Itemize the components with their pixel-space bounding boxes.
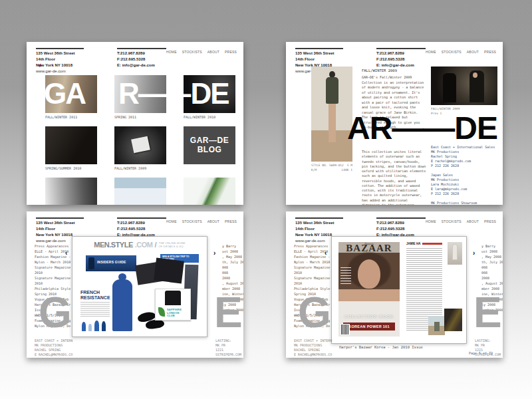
- season-tile-extra-3[interactable]: [184, 178, 235, 205]
- blog-tile-line1: GAR—DE: [190, 136, 229, 146]
- season-tile-extra-1[interactable]: [45, 178, 97, 205]
- bazaar-cover: Harper's BAZAAR COLLECTION BOOK KOREAN P…: [338, 242, 400, 336]
- blue-silhouette-row: [82, 321, 106, 331]
- menstyle-masthead: MEN.STYLE.COM / THE ONLINE HOMEOF DETAIL…: [72, 241, 207, 249]
- article-studio-photo: [428, 316, 445, 335]
- menstyle-slash: /: [155, 241, 157, 249]
- screenshot-press-page-bazaar: 135 West 36th Street14th FloorNew York N…: [286, 211, 503, 358]
- logo-letters-de: –DE: [184, 75, 229, 112]
- season-tile-fw10[interactable]: –DE FALL/WINTER 2010: [184, 75, 235, 126]
- press-footer-right: LASTING:MK PR1221SSTRIPEPR.COM: [475, 338, 503, 357]
- cover-line-collection-book: COLLECTION BOOK: [338, 314, 400, 319]
- next-slide-arrow[interactable]: ›: [473, 250, 475, 257]
- ad-text: INSIDERS GUIDE: [97, 260, 126, 264]
- next-slide-arrow[interactable]: ›: [213, 250, 215, 257]
- article-model-photo: [448, 242, 462, 265]
- season-label: FALL/WINTER 2011: [45, 115, 97, 120]
- season-label: SPRING/SUMMER 2010: [45, 166, 97, 171]
- style-number: STYLE NO. SW09-012: [311, 164, 344, 168]
- screenshot-collection-page: 135 West 36th Street14th FloorNew York N…: [286, 42, 503, 205]
- style-look: LOOK 1: [342, 168, 352, 173]
- nav-press[interactable]: PRESS: [484, 219, 496, 244]
- article-atelier-photo: [444, 309, 462, 331]
- blue-silhouette-figure: [112, 279, 132, 331]
- model-figure: [329, 104, 336, 142]
- logo-letters-ga: GA: [45, 75, 85, 112]
- paper-stack: [131, 136, 150, 154]
- silhouette: [102, 321, 106, 331]
- season-label: [184, 166, 235, 171]
- watermark-letter-g: G: [39, 291, 72, 334]
- prev-slide-arrow[interactable]: ‹: [65, 250, 67, 257]
- lookbook-photo: [311, 66, 352, 162]
- press-footer-right: LASTING:MK PR1221SSTRIPEPR.COM: [215, 338, 243, 357]
- sales-contacts: East Coast + International SalesMK Produ…: [431, 145, 501, 205]
- jacket-photo: [165, 291, 181, 305]
- silhouette: [82, 322, 86, 331]
- nav-about[interactable]: ABOUT: [467, 219, 479, 244]
- bazaar-article-page: JAMIE HA: [406, 242, 462, 336]
- backstage-photo: [431, 66, 497, 105]
- style-caption: STYLE NO. SW09-012S M K/MLOOK 1: [311, 164, 352, 173]
- blog-tile[interactable]: GAR—DE BLOG: [184, 126, 235, 178]
- season-tile-extra-2[interactable]: [114, 178, 166, 205]
- season-tile-s11[interactable]: R— SPRING 2011: [114, 75, 166, 126]
- cover-model-face: [358, 259, 380, 289]
- prev-slide-arrow[interactable]: ‹: [325, 250, 327, 257]
- watermark-letter-e: E: [473, 291, 502, 334]
- season-photo: [114, 126, 166, 164]
- contact-block: T:212.967.8289F:212.695.5328E: info@gar-…: [117, 48, 166, 74]
- season-label: FALL/WINTER 2010: [184, 115, 235, 120]
- season-photo: GA: [45, 75, 97, 113]
- nav-about[interactable]: ABOUT: [207, 50, 219, 74]
- season-label: SPRING 2011: [114, 115, 166, 120]
- style-fabric: K/M: [311, 168, 317, 173]
- gar-de-wordmark: AR——DE: [347, 112, 497, 144]
- collection-body-text: This collection unites literal elements …: [362, 150, 426, 205]
- season-photo: R—: [114, 75, 166, 113]
- season-photo: [114, 178, 166, 205]
- nav-home[interactable]: HOME: [166, 50, 177, 74]
- blog-tile-line2: BLOG: [198, 146, 222, 155]
- sapphire-card: SAPPHIRELONDONCLUB: [155, 289, 191, 321]
- site-header: 135 West 36th Street14th FloorNew York N…: [36, 48, 237, 74]
- article-headline: FRENCH RESISTANCE: [80, 290, 114, 300]
- watermark-letter-e: E: [214, 291, 243, 334]
- article-text-lines: [80, 302, 110, 318]
- season-photo: [184, 178, 235, 205]
- watermark-letter-g: G: [298, 291, 331, 334]
- style-sizes: S M: [347, 164, 352, 168]
- main-nav: HOME STOCKISTS ABOUT PRESS: [166, 48, 237, 74]
- collection-title: FALL/WINTER 2009: [362, 68, 426, 72]
- insiders-guide-ad: INSIDERS GUIDE: [86, 255, 136, 271]
- backstage-figure: [443, 73, 456, 102]
- cover-text-lines: [340, 267, 351, 285]
- season-tile-ss10[interactable]: SPRING/SUMMER 2010: [45, 126, 97, 178]
- nav-press[interactable]: PRESS: [225, 219, 237, 244]
- press-clipping-slide[interactable]: Harper's BAZAAR COLLECTION BOOK KOREAN P…: [331, 236, 467, 344]
- menstyle-article: INSIDERS GUIDE WIN A STYLISH TRIP TO THA…: [80, 254, 199, 332]
- press-clipping-slide[interactable]: MEN.STYLE.COM / THE ONLINE HOMEOF DETAIL…: [72, 236, 207, 337]
- sapphire-label: SAPPHIRELONDONCLUB: [167, 309, 182, 318]
- season-tile-fw09[interactable]: FALL/WINTER 2009: [114, 126, 166, 178]
- screenshot-home-page: 135 West 36th Street14th FloorNew York N…: [27, 42, 243, 205]
- logo-letters-r: R—: [118, 75, 166, 112]
- menstyle-brand: MEN.STYLE: [94, 241, 132, 249]
- leaf-icon: [158, 307, 165, 317]
- press-footer-left: EAST COAST + INTERNMK PRODUCTIONSRACHEL …: [35, 338, 78, 357]
- nav-press[interactable]: PRESS: [225, 50, 237, 74]
- model-figure: [326, 77, 338, 104]
- screenshot-press-page-menstyle: 135 West 36th Street14th FloorNew York N…: [27, 211, 243, 358]
- blog-tile-box: GAR—DE BLOG: [184, 126, 235, 164]
- silhouette: [88, 324, 92, 331]
- menstyle-tagline: THE ONLINE HOMEOF DETAILS & GQ: [159, 241, 186, 248]
- nav-stockists[interactable]: STOCKISTS: [182, 50, 202, 74]
- season-label: FALL/WINTER 2009: [114, 166, 166, 171]
- backstage-figure: [473, 72, 477, 78]
- season-photo: [45, 126, 97, 164]
- nav-about[interactable]: ABOUT: [207, 219, 219, 244]
- season-tile-fw11[interactable]: GA FALL/WINTER 2011: [45, 75, 97, 126]
- season-photo: –DE: [184, 75, 235, 113]
- address-block: 135 West 36th Street14th FloorNew York N…: [36, 48, 84, 74]
- cover-line-korean-power: KOREAN POWER 101: [343, 323, 395, 331]
